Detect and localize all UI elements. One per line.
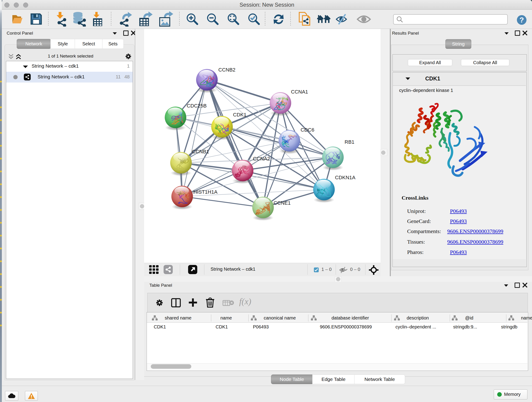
svg-text:CDK1: CDK1 — [233, 112, 247, 118]
svg-text:CDKN1A: CDKN1A — [335, 175, 355, 180]
svg-text:CDC6: CDC6 — [301, 127, 314, 133]
svg-text:CCNE1: CCNE1 — [273, 200, 291, 206]
svg-text:HIST1H1A: HIST1H1A — [193, 189, 217, 195]
svg-text:CCNA1: CCNA1 — [291, 89, 308, 95]
svg-text:CCNB2: CCNB2 — [218, 67, 235, 73]
svg-text:CCNA2: CCNA2 — [253, 156, 270, 162]
svg-text:CCNB1: CCNB1 — [192, 149, 209, 154]
svg-text:RB1: RB1 — [345, 139, 355, 145]
svg-text:CDC25B: CDC25B — [187, 103, 207, 109]
